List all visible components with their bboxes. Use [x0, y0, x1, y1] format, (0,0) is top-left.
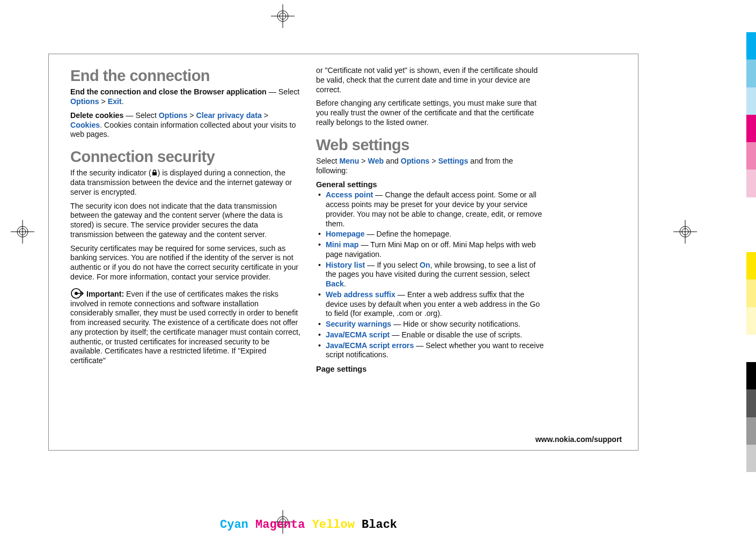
- color-swatch: [746, 225, 756, 252]
- li-history-list: History list — If you select On, while b…: [316, 261, 547, 289]
- t: >: [429, 157, 438, 165]
- text: — Select: [267, 87, 300, 96]
- heading-connection-security: Connection security: [70, 147, 301, 166]
- color-swatch: [746, 417, 756, 445]
- text: .: [122, 97, 124, 106]
- color-swatch: [746, 335, 756, 362]
- right-column: or "Certificate not valid yet" is shown,…: [316, 66, 547, 375]
- svg-point-2: [75, 292, 78, 295]
- para-end-connection: End the connection and close the Browser…: [70, 87, 301, 107]
- li-homepage: Homepage — Define the homepage.: [316, 230, 547, 239]
- color-swatch: [746, 307, 756, 335]
- li-access-point: Access point — Change the default access…: [316, 190, 547, 229]
- black-label: Black: [362, 518, 397, 532]
- bold-end-connection: End the connection and close the Browser…: [70, 87, 267, 96]
- registration-mark-icon: [11, 220, 34, 244]
- text: If the security indicator (: [70, 168, 151, 177]
- li-mini-map: Mini map — Turn Mini Map on or off. Mini…: [316, 240, 547, 260]
- para-security-indicator: If the security indicator () is displaye…: [70, 168, 301, 197]
- t: — If you select: [365, 261, 420, 269]
- color-swatch: [746, 169, 756, 197]
- kw-back: Back: [326, 279, 344, 288]
- lock-icon: [151, 169, 158, 175]
- important-icon: [70, 288, 85, 299]
- para-before-changing: Before changing any certificate settings…: [316, 99, 547, 127]
- text: >: [99, 97, 108, 106]
- t: and: [384, 157, 401, 165]
- color-swatch: [746, 279, 756, 307]
- color-swatch: [746, 389, 756, 417]
- t: — Define the homepage.: [365, 230, 452, 238]
- t: — Hide or show security notifications.: [391, 320, 520, 328]
- heading-web-settings: Web settings: [316, 135, 547, 154]
- color-swatch: [746, 60, 756, 87]
- t: Select: [316, 157, 339, 165]
- kw-clear-privacy-data: Clear privacy data: [196, 111, 262, 120]
- kw-cookies: Cookies: [70, 121, 100, 129]
- text: . Cookies contain information collected …: [70, 121, 296, 139]
- color-swatch: [746, 32, 756, 60]
- para-important: Important: Even if the use of certificat…: [70, 288, 301, 366]
- color-swatch: [746, 115, 756, 142]
- kw-options: Options: [401, 157, 430, 165]
- bold-delete-cookies: Delete cookies: [70, 111, 123, 120]
- kw-options: Options: [70, 97, 99, 106]
- kw-java-ecma-script: Java/ECMA script: [326, 330, 390, 339]
- li-java-ecma-script-errors: Java/ECMA script errors — Select whether…: [316, 341, 547, 360]
- magenta-label: Magenta: [255, 518, 305, 532]
- cmyk-label: Cyan Magenta Yellow Black: [220, 518, 397, 532]
- kw-exit: Exit: [108, 97, 122, 106]
- kw-java-ecma-script-errors: Java/ECMA script errors: [326, 341, 414, 350]
- subheading-page-settings: Page settings: [316, 364, 547, 374]
- para-delete-cookies: Delete cookies — Select Options > Clear …: [70, 111, 301, 139]
- kw-homepage: Homepage: [326, 230, 365, 238]
- para-cert-continued: or "Certificate not valid yet" is shown,…: [316, 66, 547, 94]
- registration-mark-icon: [271, 4, 295, 28]
- kw-security-warnings: Security warnings: [326, 320, 391, 328]
- two-column-layout: End the connection End the connection an…: [70, 66, 622, 375]
- para-select-path: Select Menu > Web and Options > Settings…: [316, 157, 547, 176]
- heading-end-connection: End the connection: [70, 66, 301, 85]
- yellow-label: Yellow: [312, 518, 355, 532]
- text: >: [187, 111, 196, 120]
- registration-mark-icon: [673, 220, 697, 244]
- manual-page: End the connection End the connection an…: [48, 54, 638, 451]
- t: — Enable or disable the use of scripts.: [390, 330, 522, 339]
- important-label: Important:: [86, 290, 124, 298]
- color-swatch: [746, 197, 756, 225]
- li-security-warnings: Security warnings — Hide or show securit…: [316, 320, 547, 329]
- color-swatch: [746, 445, 756, 472]
- color-swatch: [746, 252, 756, 279]
- color-swatch: [746, 142, 756, 169]
- kw-on: On: [420, 261, 430, 269]
- footer-url: www.nokia.com/support: [535, 435, 622, 444]
- kw-settings: Settings: [438, 157, 468, 165]
- t: .: [344, 279, 346, 288]
- para-security-certificates: Security certificates may be required fo…: [70, 244, 301, 282]
- kw-mini-map: Mini map: [326, 240, 358, 249]
- left-column: End the connection End the connection an…: [70, 66, 301, 375]
- cyan-label: Cyan: [220, 518, 248, 532]
- t: >: [359, 157, 368, 165]
- subheading-general-settings: General settings: [316, 180, 547, 189]
- li-java-ecma-script: Java/ECMA script — Enable or disable the…: [316, 330, 547, 340]
- kw-history-list: History list: [326, 261, 365, 269]
- kw-web: Web: [368, 157, 384, 165]
- kw-menu: Menu: [339, 157, 359, 165]
- color-swatch: [746, 87, 756, 115]
- para-security-icon-note: The security icon does not indicate that…: [70, 202, 301, 240]
- important-text: Even if the use of certificates makes th…: [70, 290, 300, 365]
- li-web-address-suffix: Web address suffix — Enter a web address…: [316, 290, 547, 319]
- kw-web-address-suffix: Web address suffix: [326, 290, 395, 299]
- text: >: [262, 111, 268, 120]
- general-settings-list: Access point — Change the default access…: [316, 190, 547, 360]
- color-swatch: [746, 362, 756, 389]
- svg-rect-0: [152, 172, 157, 175]
- kw-access-point: Access point: [326, 190, 373, 199]
- kw-options: Options: [159, 111, 188, 120]
- text: — Select: [123, 111, 158, 120]
- print-color-bar: [746, 32, 756, 472]
